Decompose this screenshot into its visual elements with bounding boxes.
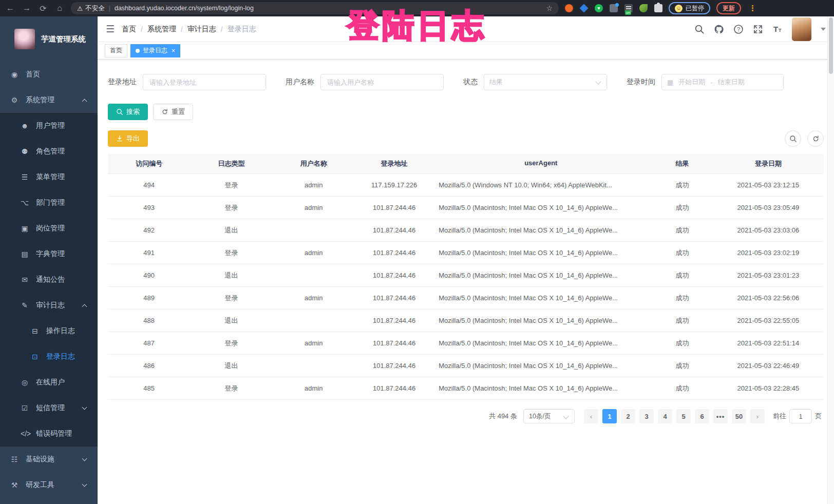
cell-ip: 117.159.17.226 (355, 174, 433, 196)
page-ellipsis[interactable]: ••• (713, 409, 728, 423)
browser-menu-icon[interactable]: ⋮ (747, 4, 758, 13)
extension-icon-blue-diamond[interactable] (580, 4, 589, 13)
github-icon[interactable] (714, 24, 724, 34)
chevron-down-icon[interactable] (821, 28, 826, 31)
extension-icon-list[interactable]: on (624, 4, 633, 12)
sidebar-item-login-log[interactable]: ⊡登录日志 (0, 344, 98, 370)
sidebar-item-home[interactable]: ◉首页 (0, 62, 98, 87)
cell-ua: Mozilla/5.0 (Windows NT 10.0; Win64; x64… (433, 174, 648, 196)
cell-date: 2021-05-03 23:05:49 (716, 197, 820, 219)
sidebar-item-sms[interactable]: ☑短信管理 (0, 395, 98, 421)
tab-登录日志[interactable]: 登录日志× (130, 44, 180, 57)
sidebar-item-online-users[interactable]: ◎在线用户 (0, 370, 98, 395)
extension-icon-notify[interactable] (610, 4, 618, 12)
reset-button[interactable]: 重置 (153, 104, 193, 120)
table-row: 494登录admin117.159.17.226Mozilla/5.0 (Win… (108, 174, 824, 197)
cell-date: 2021-05-03 22:51:14 (716, 332, 820, 354)
profile-paused-badge[interactable]: ☺ 已暂停 (669, 2, 710, 14)
cell-id: 493 (108, 197, 190, 219)
page-button-5[interactable]: 5 (676, 409, 691, 423)
extensions-puzzle-icon[interactable] (654, 4, 662, 12)
code-icon: </> (21, 430, 29, 438)
app-logo (14, 29, 35, 49)
login-address-input[interactable] (143, 74, 266, 90)
sidebar-item-notices[interactable]: ✉通知公告 (0, 267, 98, 293)
cell-result: 成功 (648, 309, 716, 332)
search-icon[interactable] (694, 24, 705, 34)
sidebar-item-dev-tools[interactable]: ⚒研发工具 (0, 472, 98, 498)
toggle-search-button[interactable] (785, 130, 801, 147)
total-count: 共 494 条 (489, 412, 517, 421)
sidebar-item-users[interactable]: ☻用户管理 (0, 113, 98, 139)
sidebar-item-error-codes[interactable]: </>错误码管理 (0, 421, 98, 447)
username-input[interactable] (320, 74, 444, 90)
help-icon[interactable] (733, 24, 744, 34)
cell-ua: Mozilla/5.0 (Macintosh; Intel Mac OS X 1… (433, 197, 648, 219)
sidebar-item-system[interactable]: ⚙系统管理 (0, 87, 98, 113)
close-icon[interactable]: × (172, 47, 175, 54)
extension-on-badge: on (625, 10, 631, 15)
browser-reload-icon[interactable]: ⟳ (38, 4, 48, 13)
tab-首页[interactable]: 首页 (105, 44, 127, 57)
sidebar-item-operate-log[interactable]: ⊟操作日志 (0, 318, 98, 344)
cell-id: 490 (108, 264, 190, 286)
address-bar[interactable]: ⚠ 不安全 | dashboard.yudao.iocoder.cn/syste… (71, 2, 559, 14)
table-row: 490退出101.87.244.46Mozilla/5.0 (Macintosh… (108, 264, 824, 287)
cell-id: 486 (108, 355, 190, 377)
page-button-2[interactable]: 2 (621, 409, 635, 423)
page-button-50[interactable]: 50 (732, 409, 746, 423)
tab-label: 首页 (110, 46, 122, 55)
cell-user: admin (273, 242, 355, 264)
chevron-down-icon (82, 482, 87, 487)
sidebar-item-audit-log[interactable]: ✎审计日志 (0, 293, 98, 318)
security-warning[interactable]: ⚠ 不安全 (77, 4, 105, 13)
browser-update-button[interactable]: 更新 (716, 2, 741, 14)
breadcrumb-item[interactable]: 审计日志 (187, 25, 216, 34)
page-scrollbar[interactable] (827, 16, 834, 504)
sidebar-item-posts[interactable]: ▣岗位管理 (0, 216, 98, 241)
next-page-button[interactable]: › (750, 409, 765, 423)
scrollbar-thumb[interactable] (829, 17, 833, 74)
chevron-up-icon (82, 304, 87, 309)
page-button-3[interactable]: 3 (639, 409, 654, 423)
font-size-icon[interactable] (772, 24, 783, 34)
sidebar-item-menus[interactable]: ☰菜单管理 (0, 164, 98, 190)
online-icon: ◎ (21, 378, 29, 386)
sidebar-item-dicts[interactable]: ▤字典管理 (0, 241, 98, 267)
extension-icon-green-heart[interactable]: ♥ (595, 4, 603, 12)
cell-type: 登录 (190, 242, 272, 264)
page-button-1[interactable]: 1 (602, 409, 617, 423)
sidebar-item-infrastructure[interactable]: ☷基础设施 (0, 447, 98, 472)
export-button[interactable]: 导出 (108, 130, 148, 147)
cell-id: 485 (108, 377, 190, 399)
browser-forward-icon[interactable]: → (22, 4, 32, 13)
goto-page-input[interactable] (789, 409, 812, 423)
sidebar-item-label: 用户管理 (36, 121, 65, 130)
status-select[interactable]: 结果 (484, 74, 607, 90)
cell-ua: Mozilla/5.0 (Macintosh; Intel Mac OS X 1… (433, 219, 648, 241)
extension-icon-orange[interactable] (565, 4, 573, 12)
search-button[interactable]: 搜索 (108, 104, 148, 120)
fullscreen-icon[interactable] (753, 24, 763, 34)
prev-page-button[interactable]: ‹ (584, 409, 598, 423)
refresh-table-button[interactable] (807, 130, 824, 147)
extension-icon-leaf[interactable] (639, 4, 648, 12)
page-button-4[interactable]: 4 (658, 409, 672, 423)
browser-back-icon[interactable]: ← (5, 4, 15, 13)
sidebar-logo-row[interactable]: 芋道管理系统 (0, 16, 98, 62)
page-button-6[interactable]: 6 (695, 409, 709, 423)
sidebar-item-roles[interactable]: ⚉角色管理 (0, 139, 98, 164)
sidebar-item-depts[interactable]: ⌥部门管理 (0, 190, 98, 216)
login-time-range-picker[interactable]: ▦ 开始日期 - 结束日期 (661, 74, 784, 90)
breadcrumb-item[interactable]: 系统管理 (147, 25, 176, 34)
page-size-select[interactable]: 10条/页 (523, 409, 575, 423)
bookmark-star-icon[interactable]: ☆ (546, 4, 553, 12)
url-text[interactable]: dashboard.yudao.iocoder.cn/system/log/lo… (115, 5, 542, 12)
browser-home-icon[interactable]: ⌂ (54, 4, 65, 13)
document-icon: ⊟ (31, 327, 39, 335)
breadcrumb-item[interactable]: 首页 (122, 25, 136, 34)
hamburger-icon[interactable]: ☰ (106, 23, 115, 35)
cell-date: 2021-05-03 23:01:23 (716, 264, 820, 286)
tab-label: 登录日志 (143, 46, 167, 55)
user-avatar[interactable] (792, 17, 811, 41)
